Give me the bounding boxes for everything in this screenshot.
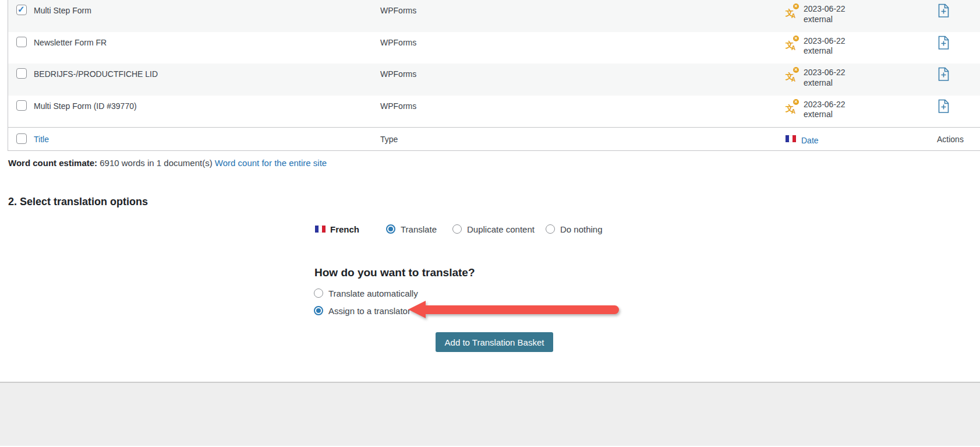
wpml-translation-management-page: ✓ Multi Step Form WPForms 文A✕ 2023-06-22… (0, 0, 980, 447)
footer-band (0, 382, 980, 446)
row-checkbox[interactable]: ✓ (16, 100, 27, 111)
row-type: WPForms (380, 0, 786, 32)
sort-date-link[interactable]: Date (801, 135, 819, 146)
row-type: WPForms (380, 64, 786, 96)
word-count-label: Word count estimate: (8, 158, 97, 168)
radio-icon[interactable] (546, 224, 555, 234)
translation-status-icon: 文A✕ (786, 4, 798, 18)
table-row: ✓ BEDRIJFS-/PRODUCTFICHE LID WPForms 文A✕… (8, 64, 980, 96)
french-flag-icon (315, 226, 326, 233)
row-type: WPForms (380, 96, 786, 128)
word-count-line: Word count estimate: 6910 words in 1 doc… (8, 158, 327, 168)
radio-label: Translate automatically (328, 288, 418, 298)
add-translation-icon[interactable] (937, 3, 950, 21)
word-count-site-link[interactable]: Word count for the entire site (215, 158, 327, 168)
row-date: 2023-06-22 (804, 36, 845, 47)
table-footer-row: ✓ Title Type Date Actions (8, 127, 980, 150)
radio-label: Do nothing (560, 224, 603, 234)
add-translation-icon[interactable] (937, 66, 950, 85)
row-date-note: external (804, 15, 845, 25)
how-to-translate-heading: How do you want to translate? (314, 266, 475, 279)
select-translation-options-heading: 2. Select translation options (8, 196, 148, 208)
translation-status-icon: 文A✕ (786, 100, 798, 114)
row-title: Multi Step Form (ID #39770) (34, 96, 380, 128)
radio-duplicate-content[interactable]: Duplicate content (452, 224, 535, 234)
row-title: BEDRIJFS-/PRODUCTFICHE LID (34, 64, 380, 96)
row-date: 2023-06-22 (804, 68, 845, 78)
table-row: ✓ Multi Step Form (ID #39770) WPForms 文A… (8, 96, 980, 128)
radio-assign-to-translator[interactable]: Assign to a translator (314, 305, 411, 316)
radio-icon[interactable] (452, 224, 462, 234)
radio-icon[interactable] (314, 306, 323, 315)
word-count-text: 6910 words in 1 document(s) (97, 158, 215, 168)
row-title: Multi Step Form (34, 0, 380, 32)
row-date-cell: 文A✕ 2023-06-22external (786, 32, 929, 64)
arrow-shaft (424, 305, 619, 314)
radio-translate-automatically[interactable]: Translate automatically (314, 288, 418, 298)
row-date-cell: 文A✕ 2023-06-22external (786, 96, 929, 128)
arrow-head (408, 301, 426, 318)
row-date: 2023-06-22 (804, 4, 845, 15)
radio-translate[interactable]: Translate (386, 224, 437, 234)
row-date: 2023-06-22 (804, 100, 845, 110)
row-date-note: external (804, 46, 845, 57)
footer-date-cell: Date (786, 128, 929, 150)
row-checkbox[interactable]: ✓ (16, 37, 27, 47)
radio-label: Assign to a translator (328, 306, 411, 316)
add-translation-icon[interactable] (937, 98, 950, 117)
select-all-checkbox[interactable]: ✓ (16, 133, 27, 144)
footer-type-label: Type (380, 128, 786, 150)
check-icon: ✓ (17, 4, 25, 15)
radio-label: Duplicate content (467, 224, 535, 234)
row-checkbox[interactable]: ✓ (16, 68, 27, 79)
language-name: French (330, 224, 359, 234)
translation-jobs-table: ✓ Multi Step Form WPForms 文A✕ 2023-06-22… (8, 0, 980, 151)
row-date-cell: 文A✕ 2023-06-22external (786, 0, 929, 32)
translation-status-icon: 文A✕ (786, 36, 798, 50)
radio-do-nothing[interactable]: Do nothing (546, 224, 603, 234)
row-title: Newsletter Form FR (34, 32, 380, 64)
add-to-translation-basket-button[interactable]: Add to Translation Basket (436, 332, 553, 352)
table-row: ✓ Multi Step Form WPForms 文A✕ 2023-06-22… (8, 0, 980, 32)
row-date-note: external (804, 78, 845, 89)
french-flag-icon (786, 135, 796, 142)
row-type: WPForms (380, 32, 786, 64)
radio-label: Translate (401, 224, 437, 234)
row-date-cell: 文A✕ 2023-06-22external (786, 64, 929, 96)
add-translation-icon[interactable] (937, 35, 950, 53)
sort-title-link[interactable]: Title (34, 135, 49, 144)
row-checkbox[interactable]: ✓ (16, 5, 27, 15)
row-date-note: external (804, 110, 845, 120)
footer-actions-label: Actions (929, 128, 980, 150)
radio-icon[interactable] (386, 224, 395, 234)
language-label: French (315, 224, 359, 234)
radio-icon[interactable] (314, 288, 323, 298)
translation-status-icon: 文A✕ (786, 68, 798, 82)
table-row: ✓ Newsletter Form FR WPForms 文A✕ 2023-06… (8, 32, 980, 64)
